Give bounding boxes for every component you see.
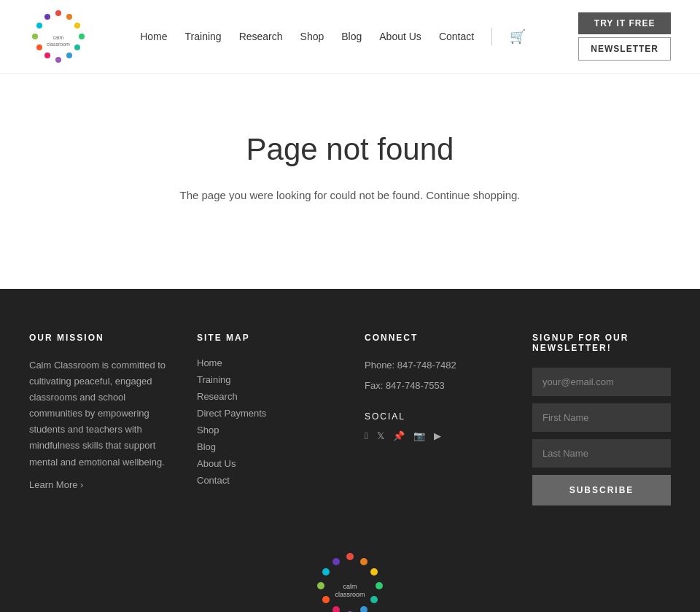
social-heading: SOCIAL <box>365 411 503 422</box>
svg-point-18 <box>370 596 378 603</box>
nav-blog[interactable]: Blog <box>341 31 362 42</box>
email-input[interactable] <box>532 368 671 396</box>
nav-research[interactable]: Research <box>239 31 283 42</box>
footer-mission: OUR MISSION Calm Classroom is committed … <box>29 333 168 506</box>
svg-point-21 <box>332 606 340 612</box>
sitemap-shop[interactable]: Shop <box>197 425 335 435</box>
svg-point-2 <box>74 23 80 28</box>
nav-divider <box>491 28 492 45</box>
nav-shop[interactable]: Shop <box>300 31 324 42</box>
svg-text:classroom: classroom <box>47 42 70 47</box>
site-logo: calm classroom <box>29 7 88 66</box>
svg-text:calm: calm <box>53 35 64 40</box>
facebook-icon[interactable]:  <box>365 430 368 441</box>
continue-shopping-link[interactable]: Continue shopping <box>426 189 517 201</box>
svg-point-22 <box>322 596 330 603</box>
svg-point-4 <box>74 44 80 50</box>
nav-contact[interactable]: Contact <box>439 31 474 42</box>
youtube-icon[interactable]: ▶ <box>434 430 441 441</box>
connect-heading: CONNECT <box>365 333 503 343</box>
mission-text: Calm Classroom is committed to cultivati… <box>29 357 168 470</box>
sitemap-training[interactable]: Training <box>197 374 335 385</box>
social-icons:  𝕏 📌 📷 ▶ <box>365 430 503 447</box>
main-content: Page not found The page you were looking… <box>0 74 700 289</box>
nav-about-us[interactable]: About Us <box>379 31 421 42</box>
period: . <box>517 189 520 201</box>
footer-sitemap: SITE MAP Home Training Research Direct P… <box>197 333 335 506</box>
svg-point-16 <box>370 568 378 576</box>
nav-home[interactable]: Home <box>140 31 167 42</box>
footer-bottom: calm classroom <box>29 535 671 612</box>
last-name-input[interactable] <box>532 439 671 468</box>
svg-point-3 <box>79 34 85 39</box>
svg-point-23 <box>317 582 324 589</box>
main-nav: Home Training Research Shop Blog About U… <box>140 28 526 45</box>
footer-logo: calm classroom <box>314 549 386 612</box>
footer-grid: OUR MISSION Calm Classroom is committed … <box>29 333 671 506</box>
connect-fax: Fax: 847-748-7553 <box>365 378 503 394</box>
sitemap-research[interactable]: Research <box>197 391 335 402</box>
svg-text:calm: calm <box>343 583 357 590</box>
newsletter-heading: SIGNUP FOR OUR NEWSLETTER! <box>532 333 671 353</box>
twitter-icon[interactable]: 𝕏 <box>377 430 384 441</box>
mission-heading: OUR MISSION <box>29 333 168 343</box>
sitemap-home[interactable]: Home <box>197 357 335 368</box>
svg-point-24 <box>322 568 330 576</box>
nav-training[interactable]: Training <box>185 31 222 42</box>
subscribe-button[interactable]: SUBSCRIBE <box>532 475 671 506</box>
svg-point-14 <box>346 553 354 560</box>
svg-point-9 <box>32 34 38 39</box>
svg-point-11 <box>44 14 50 20</box>
svg-point-15 <box>360 558 368 565</box>
svg-text:classroom: classroom <box>335 591 365 598</box>
try-it-free-button[interactable]: TRY IT FREE <box>578 12 671 34</box>
newsletter-form: SUBSCRIBE <box>532 368 671 506</box>
cart-icon[interactable]: 🛒 <box>510 28 526 44</box>
header-buttons: TRY IT FREE NEWSLETTER <box>578 12 671 61</box>
sitemap-direct-payments[interactable]: Direct Payments <box>197 408 335 419</box>
site-header: calm classroom Home Training Research Sh… <box>0 0 700 74</box>
footer-newsletter: SIGNUP FOR OUR NEWSLETTER! SUBSCRIBE <box>532 333 671 506</box>
description-text: The page you were looking for could not … <box>179 189 423 201</box>
page-not-found-description: The page you were looking for could not … <box>29 189 671 201</box>
svg-point-1 <box>66 14 72 20</box>
sitemap-contact[interactable]: Contact <box>197 475 335 486</box>
sitemap-about-us[interactable]: About Us <box>197 458 335 469</box>
svg-point-10 <box>36 23 42 28</box>
page-not-found-title: Page not found <box>29 132 671 167</box>
svg-point-0 <box>55 10 61 16</box>
footer-connect: CONNECT Phone: 847-748-7482 Fax: 847-748… <box>365 333 503 506</box>
newsletter-button[interactable]: NEWSLETTER <box>578 37 671 61</box>
sitemap-heading: SITE MAP <box>197 333 335 343</box>
connect-phone: Phone: 847-748-7482 <box>365 357 503 373</box>
svg-point-17 <box>376 582 383 589</box>
pinterest-icon[interactable]: 📌 <box>393 430 405 441</box>
svg-point-7 <box>44 53 50 58</box>
svg-point-5 <box>66 53 72 58</box>
svg-point-6 <box>55 57 61 63</box>
logo-area: calm classroom <box>29 7 88 66</box>
sitemap-blog[interactable]: Blog <box>197 441 335 452</box>
svg-point-8 <box>36 44 42 50</box>
first-name-input[interactable] <box>532 403 671 432</box>
svg-point-25 <box>332 558 340 565</box>
svg-point-19 <box>360 606 368 612</box>
instagram-icon[interactable]: 📷 <box>413 430 425 441</box>
learn-more-link[interactable]: Learn More › <box>29 479 168 490</box>
site-footer: OUR MISSION Calm Classroom is committed … <box>0 289 700 612</box>
